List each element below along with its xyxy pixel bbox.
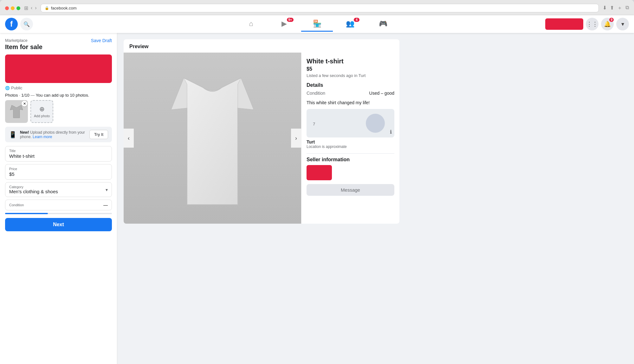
photo-thumb-1[interactable]: ✕ <box>5 100 28 123</box>
gaming-icon: 🎮 <box>379 20 387 28</box>
progress-bar <box>5 213 112 214</box>
new-tab-icon[interactable]: ＋ <box>617 5 622 11</box>
try-it-button[interactable]: Try It <box>89 130 108 139</box>
share-icon[interactable]: ⬆ <box>610 5 614 11</box>
account-menu-button[interactable]: ▾ <box>616 18 629 30</box>
browser-controls: ⊞ ‹ › <box>24 5 37 11</box>
nav-marketplace[interactable]: 🏪 <box>301 16 333 32</box>
message-button[interactable]: Message <box>307 184 394 196</box>
notifications-button[interactable]: 🔔 9 <box>601 18 614 30</box>
phone-upload-desc: Upload photos directly from your phone. <box>20 130 85 139</box>
preview-label: Preview <box>124 39 399 53</box>
preview-content: ‹ <box>124 53 399 224</box>
nav-video[interactable]: ▶ 9+ <box>268 16 300 32</box>
photo-thumb-close[interactable]: ✕ <box>22 101 27 106</box>
logo-letter: f <box>10 20 13 29</box>
details-section: Details Condition Used – good <box>307 82 394 96</box>
category-label: Category <box>9 185 106 189</box>
tshirt-display <box>124 53 301 224</box>
add-photo-icon: ⊕ <box>39 105 45 113</box>
image-nav-left[interactable]: ‹ <box>124 129 134 148</box>
condition-key: Condition <box>307 91 325 96</box>
notifications-badge: 9 <box>609 18 614 22</box>
form-panel: Marketplace Item for sale Save Draft 🌐 P… <box>0 33 117 364</box>
details-title: Details <box>307 82 394 88</box>
condition-field[interactable]: Condition — <box>5 200 112 210</box>
item-price: $5 <box>307 66 394 72</box>
add-photo-button[interactable]: ⊕ Add photo <box>30 100 53 123</box>
price-field[interactable]: Price <box>5 164 112 180</box>
condition-inner: Condition <box>9 203 24 207</box>
category-chevron-icon: ▾ <box>106 187 108 192</box>
tabs-icon[interactable]: ⧉ <box>625 5 629 11</box>
video-badge: 9+ <box>287 18 294 22</box>
forward-button[interactable]: › <box>35 5 36 11</box>
form-header-left: Marketplace Item for sale <box>5 38 42 51</box>
groups-badge: 4 <box>354 18 359 22</box>
save-draft-button[interactable]: Save Draft <box>91 38 112 43</box>
next-button[interactable]: Next <box>5 218 112 231</box>
photo-visibility: 🌐 Public <box>5 86 112 90</box>
preview-image-area: ‹ <box>124 53 301 224</box>
location-approx: Location is approximate <box>307 144 394 149</box>
facebook-logo[interactable]: f <box>5 18 18 30</box>
price-input[interactable] <box>9 171 108 177</box>
video-icon: ▶ <box>281 20 287 28</box>
traffic-lights <box>5 6 20 10</box>
bell-icon: 🔔 <box>604 21 611 28</box>
home-icon: ⌂ <box>249 20 253 28</box>
url-text: facebook.com <box>51 6 77 10</box>
category-field[interactable]: Category Men's clothing & shoes ▾ <box>5 182 112 197</box>
phone-text: New! Upload photos directly from your ph… <box>20 130 86 139</box>
downloads-icon[interactable]: ⬇ <box>603 5 607 11</box>
location-name: Turt <box>307 139 394 144</box>
category-value: Men's clothing & shoes <box>9 189 58 194</box>
photos-count: 1/10 <box>21 93 29 98</box>
sidebar-icon[interactable]: ⊞ <box>24 5 28 11</box>
phone-new-label: New! <box>20 130 29 135</box>
title-input[interactable] <box>9 153 108 159</box>
lock-icon: 🔒 <box>45 6 49 10</box>
maximize-button[interactable] <box>16 6 20 10</box>
map-circle <box>366 114 385 133</box>
browser-right-controls: ⬇ ⬆ ＋ ⧉ <box>603 5 629 11</box>
form-title: Item for sale <box>5 43 42 51</box>
map-placeholder: 7 ℹ <box>307 109 394 137</box>
photos-hint: You can add up to 10 photos. <box>36 93 89 98</box>
map-info-icon[interactable]: ℹ <box>390 129 392 135</box>
marketplace-icon: 🏪 <box>313 20 321 28</box>
form-header: Marketplace Item for sale Save Draft <box>5 38 112 51</box>
learn-more-link[interactable]: Learn more <box>33 135 52 139</box>
preview-card: Preview ‹ <box>124 39 399 224</box>
tshirt-svg <box>152 59 273 217</box>
condition-dash: — <box>103 202 108 208</box>
nav-groups[interactable]: 👥 4 <box>334 16 366 32</box>
search-button[interactable]: 🔍 <box>20 18 33 30</box>
grid-menu-button[interactable]: ⋮⋮ <box>586 18 598 30</box>
add-photo-label: Add photo <box>34 114 50 118</box>
back-button[interactable]: ‹ <box>31 5 32 11</box>
marketplace-label: Marketplace <box>5 38 42 43</box>
nav-right-red-btn[interactable] <box>545 18 583 30</box>
nav-home[interactable]: ⌂ <box>235 16 267 32</box>
divider <box>307 153 394 154</box>
browser-window: ⊞ ‹ › 🔒 facebook.com ⬇ ⬆ ＋ ⧉ f 🔍 ⌂ <box>0 0 634 364</box>
groups-icon: 👥 <box>346 20 354 28</box>
nav-gaming[interactable]: 🎮 <box>367 16 399 32</box>
price-label: Price <box>9 167 108 171</box>
address-bar[interactable]: 🔒 facebook.com <box>41 4 599 12</box>
progress-bar-container <box>5 213 112 214</box>
item-description: This white shirt changed my life! <box>307 100 394 105</box>
close-button[interactable] <box>5 6 9 10</box>
title-field[interactable]: Title <box>5 146 112 162</box>
category-inner: Category Men's clothing & shoes <box>9 185 106 194</box>
phone-upload-banner: 📱 New! Upload photos directly from your … <box>5 127 112 142</box>
minimize-button[interactable] <box>11 6 15 10</box>
phone-icon: 📱 <box>9 131 17 138</box>
image-nav-right[interactable]: › <box>291 129 301 148</box>
chevron-down-icon: ▾ <box>621 21 624 28</box>
condition-detail-row: Condition Used – good <box>307 91 394 96</box>
photo-upload-main[interactable] <box>5 54 112 83</box>
grid-icon: ⋮⋮ <box>586 21 598 28</box>
photo-thumbnails: ✕ ⊕ Add photo <box>5 100 112 123</box>
